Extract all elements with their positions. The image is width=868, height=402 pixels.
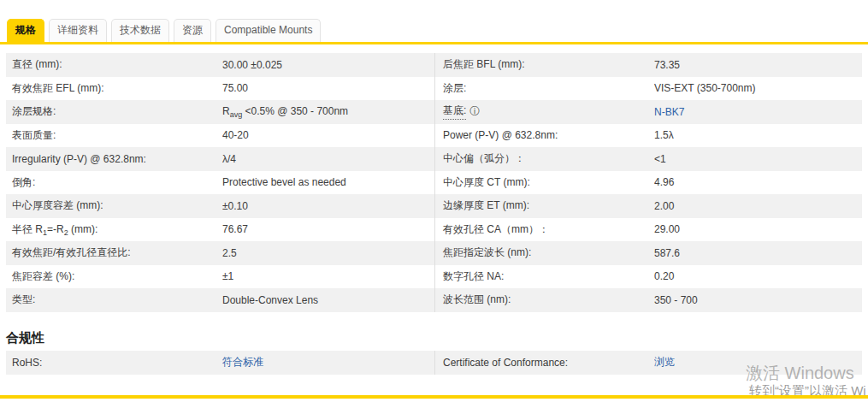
spec-label-cell: 表面质量:: [6, 128, 222, 143]
spec-value-link[interactable]: 符合标准: [222, 356, 263, 368]
spec-value-cell: 1.5λ: [654, 129, 862, 141]
tab-compatible-mounts[interactable]: Compatible Mounts: [216, 19, 321, 42]
spec-value: 1.5λ: [654, 129, 674, 141]
spec-label-cell: 直径 (mm):: [6, 57, 222, 72]
info-icon[interactable]: ⓘ: [469, 104, 480, 119]
spec-label-cell: Irregularity (P-V) @ 632.8nm:: [6, 153, 222, 165]
spec-label: 类型:: [12, 293, 35, 305]
spec-label-cell: RoHS:: [6, 357, 222, 369]
spec-value-cell: 30.00 ±0.025: [222, 59, 434, 71]
spec-value-cell: ±0.10: [222, 200, 434, 212]
spec-label-cell: 涂层规格:: [6, 104, 222, 119]
spec-value-cell: 75.00: [222, 82, 434, 94]
tab-bar: 规格详细资料技术数据资源Compatible Mounts: [0, 0, 868, 44]
tab-technical-data[interactable]: 技术数据: [111, 19, 169, 42]
spec-value-cell: N-BK7: [654, 106, 862, 118]
compliance-heading: 合规性: [6, 330, 44, 346]
spec-value-cell: Double-Convex Lens: [222, 294, 434, 306]
spec-label: Power (P-V) @ 632.8nm:: [443, 129, 558, 141]
spec-label-cell: 边缘厚度 ET (mm):: [434, 194, 654, 218]
spec-value-cell: 40-20: [222, 129, 434, 141]
spec-value: ±1: [222, 270, 233, 282]
spec-value-cell: <1: [654, 153, 862, 165]
spec-row: 中心厚度容差 (mm):±0.10边缘厚度 ET (mm):2.00: [6, 194, 862, 218]
windows-activation-watermark-line1: 激活 Windows: [746, 362, 854, 385]
spec-value: 40-20: [222, 129, 249, 141]
spec-label: 中心厚度容差 (mm):: [12, 199, 103, 211]
spec-label-cell: 中心厚度容差 (mm):: [6, 198, 222, 213]
spec-label-cell: 中心偏（弧分）：: [434, 147, 654, 171]
spec-label: 基底:: [443, 103, 466, 120]
spec-label: RoHS:: [12, 357, 42, 369]
spec-label: 数字孔径 NA:: [443, 269, 504, 284]
spec-value: 73.35: [654, 59, 680, 71]
spec-label: 有效焦距 EFL (mm):: [12, 82, 104, 94]
spec-value: Protective bevel as needed: [222, 176, 346, 188]
spec-value: 30.00 ±0.025: [222, 59, 282, 71]
spec-label: 表面质量:: [12, 129, 56, 141]
spec-label-cell: 有效焦距/有效孔径直径比:: [6, 245, 222, 260]
spec-label-cell: 有效孔径 CA（mm）：: [434, 218, 654, 242]
spec-value-cell: VIS-EXT (350-700nm): [654, 82, 862, 94]
spec-label-cell: 涂层:: [434, 77, 654, 101]
spec-label: 焦距指定波长 (nm):: [443, 245, 531, 260]
spec-value: VIS-EXT (350-700nm): [654, 82, 756, 94]
spec-value: 2.00: [654, 200, 674, 212]
spec-label: 有效孔径 CA（mm）：: [443, 222, 549, 237]
spec-value-cell: ±1: [222, 270, 434, 282]
spec-value-cell: 0.20: [654, 270, 862, 282]
spec-value: Ravg <0.5% @ 350 - 700nm: [222, 105, 348, 117]
spec-value-link[interactable]: 浏览: [654, 356, 675, 368]
spec-value: 76.67: [222, 223, 248, 235]
spec-row: RoHS:符合标准Certificate of Conformance:浏览: [6, 351, 862, 375]
spec-label: 波长范围 (nm):: [443, 293, 511, 307]
spec-value-cell: 2.00: [654, 200, 862, 212]
bottom-accent-bar: [0, 395, 868, 399]
spec-label-cell: 焦距容差 (%):: [6, 269, 222, 284]
tab-specs[interactable]: 规格: [7, 19, 44, 42]
spec-value: 0.20: [654, 270, 674, 282]
spec-label: 后焦距 BFL (mm):: [443, 57, 525, 72]
spec-label: 边缘厚度 ET (mm):: [443, 198, 529, 213]
spec-value: ±0.10: [222, 200, 248, 212]
spec-value-cell: λ/4: [222, 153, 434, 165]
spec-label-cell: 半径 R1=-R2 (mm):: [6, 222, 222, 237]
spec-label-cell: 有效焦距 EFL (mm):: [6, 81, 222, 96]
spec-label: 中心厚度 CT (mm):: [443, 175, 530, 190]
tab-resources[interactable]: 资源: [174, 19, 211, 42]
spec-row: 类型:Double-Convex Lens波长范围 (nm):350 - 700: [6, 288, 862, 312]
spec-value: 4.96: [654, 176, 674, 188]
spec-label-cell: 中心厚度 CT (mm):: [434, 171, 654, 195]
spec-label-cell: 基底:ⓘ: [434, 100, 654, 124]
spec-value: Double-Convex Lens: [222, 294, 318, 306]
spec-row: 半径 R1=-R2 (mm):76.67有效孔径 CA（mm）：29.00: [6, 218, 862, 242]
spec-label: 涂层:: [443, 81, 466, 96]
spec-value: λ/4: [222, 153, 236, 165]
spec-value: 2.5: [222, 247, 237, 259]
spec-value: 75.00: [222, 82, 248, 94]
spec-value-link[interactable]: N-BK7: [654, 106, 684, 118]
spec-value-cell: 73.35: [654, 59, 862, 71]
spec-value-cell: 29.00: [654, 223, 862, 235]
spec-value: 350 - 700: [654, 294, 698, 306]
spec-value-cell: 2.5: [222, 247, 434, 259]
spec-row: 有效焦距 EFL (mm):75.00涂层:VIS-EXT (350-700nm…: [6, 77, 862, 101]
spec-label-cell: 波长范围 (nm):: [434, 288, 654, 312]
spec-row: 直径 (mm):30.00 ±0.025后焦距 BFL (mm):73.35: [6, 53, 862, 77]
specifications-table: 直径 (mm):30.00 ±0.025后焦距 BFL (mm):73.35有效…: [6, 53, 862, 312]
spec-label: Certificate of Conformance:: [443, 357, 568, 369]
tabs-accent-underline: [0, 42, 868, 44]
spec-label-cell: 数字孔径 NA:: [434, 265, 654, 289]
spec-row: 焦距容差 (%):±1数字孔径 NA:0.20: [6, 265, 862, 289]
tab-details[interactable]: 详细资料: [49, 19, 107, 42]
spec-label: 中心偏（弧分）：: [443, 151, 525, 166]
compliance-table: RoHS:符合标准Certificate of Conformance:浏览: [6, 351, 862, 375]
spec-label: 半径 R1=-R2 (mm):: [12, 223, 97, 235]
spec-label: 焦距容差 (%):: [12, 270, 74, 282]
spec-value: 587.6: [654, 247, 680, 259]
spec-label-cell: 后焦距 BFL (mm):: [434, 53, 654, 77]
spec-label: 有效焦距/有效孔径直径比:: [12, 246, 131, 258]
spec-label: Irregularity (P-V) @ 632.8nm:: [12, 153, 146, 165]
spec-label-cell: 焦距指定波长 (nm):: [434, 241, 654, 265]
spec-value-cell: 符合标准: [222, 355, 434, 369]
